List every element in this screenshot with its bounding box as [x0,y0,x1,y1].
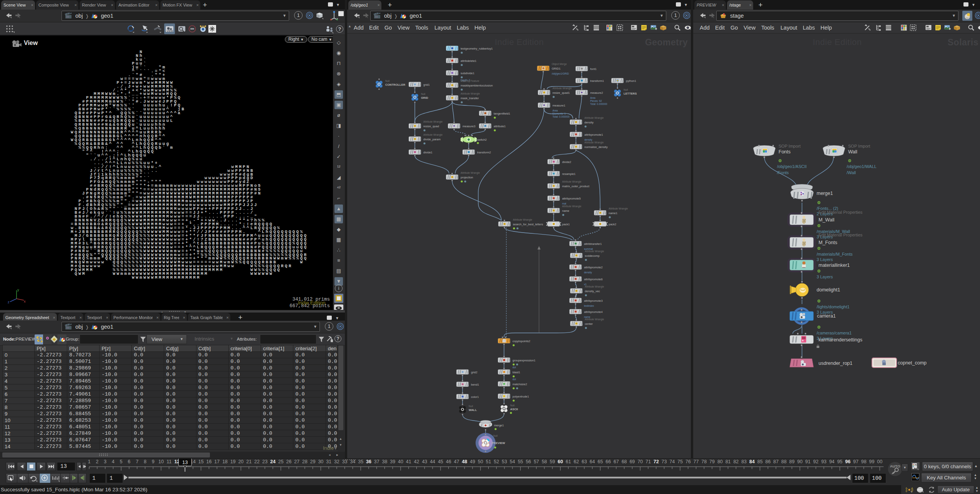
svg-text:54: 54 [510,459,515,464]
svg-text:LETTERS: LETTERS [624,92,637,95]
svg-text:attribpromote5: attribpromote5 [562,197,581,200]
svg-text:80: 80 [717,459,723,464]
svg-text:attribpromote3: attribpromote3 [584,299,602,303]
svg-text:density: density [584,271,592,274]
svg-text:77: 77 [694,459,699,464]
svg-text:57: 57 [534,459,539,464]
svg-text:materiallinker1: materiallinker1 [819,263,850,268]
svg-text:transform1: transform1 [590,79,604,83]
svg-text:10: 10 [158,459,164,464]
svg-text:97: 97 [853,459,859,464]
svg-text:Attribute Wrangle: Attribute Wrangle [423,133,443,136]
svg-text:resample1: resample1 [562,172,576,176]
svg-text:/obj/geo1/WALL: /obj/geo1/WALL [847,164,877,169]
svg-text:grid1: grid1 [423,83,430,86]
svg-text:66: 66 [606,459,611,464]
svg-text:transform2: transform2 [477,151,491,154]
svg-text:15: 15 [198,459,204,464]
svg-text:projection: projection [461,176,473,179]
svg-text:density_vec: density_vec [585,289,600,293]
svg-text:46: 46 [446,459,451,464]
svg-text:4: 4 [112,459,115,464]
svg-text:SOP Import: SOP Import [779,144,800,148]
svg-text:Attribute Wrangle: Attribute Wrangle [562,180,581,183]
svg-text:Null: Null [385,80,390,82]
svg-text:matrix_outer_product: matrix_outer_product [562,185,590,188]
svg-text:82: 82 [733,459,739,464]
svg-text:74: 74 [669,459,675,464]
svg-text:Attribute Wrangle: Attribute Wrangle [461,171,480,175]
svg-text:90: 90 [797,459,803,464]
svg-text:/materials/M_Fonts: /materials/M_Fonts [817,252,853,256]
svg-text:Pieces: 92: Pieces: 92 [590,100,602,102]
svg-text:Attribute Wrangle: Attribute Wrangle [584,116,604,120]
svg-text:38: 38 [382,459,388,464]
svg-text:89: 89 [789,459,795,464]
svg-text:testindex: testindex [584,304,594,307]
svg-text:usdrender_rop1: usdrender_rop1 [819,361,852,366]
svg-text:00: 00 [877,459,882,464]
svg-text:49: 49 [470,459,475,464]
svg-text:Wall: Wall [848,149,857,155]
svg-text:13: 13 [182,459,188,465]
svg-text:48: 48 [462,459,467,464]
svg-text:62: 62 [574,459,579,464]
svg-text:5: 5 [120,459,123,464]
svg-text:93: 93 [821,459,827,464]
svg-text:11: 11 [166,459,171,464]
svg-text:Area: Area [590,96,596,99]
svg-text:domelight1: domelight1 [817,287,840,293]
svg-text:z: z [8,300,10,304]
svg-text:25: 25 [278,459,284,464]
svg-text:attribtransfer1: attribtransfer1 [584,242,602,246]
svg-text:51: 51 [486,459,491,464]
svg-text:name1: name1 [609,211,617,215]
svg-text:normalize_density: normalize_density [584,145,608,149]
svg-text:1: 1 [88,459,91,464]
svg-text:measure1: measure1 [552,104,565,107]
svg-text:Null: Null [493,434,498,437]
svg-text:94: 94 [829,459,835,464]
svg-text:/Wall: /Wall [847,170,856,175]
svg-text:87: 87 [773,459,779,464]
svg-text:Null: Null [421,93,426,95]
svg-text:50: 50 [478,459,483,464]
svg-text:color1: color1 [471,395,479,399]
svg-text:Total: 0.000000: Total: 0.000000 [590,103,607,105]
svg-text:2: 2 [96,459,98,464]
svg-text:64: 64 [590,459,595,464]
svg-text:30: 30 [318,459,323,464]
svg-text:attribpromote4: attribpromote4 [584,310,602,314]
svg-text:39: 39 [390,459,395,464]
svg-text:/obj/geo1/ASCII: /obj/geo1/ASCII [777,164,807,169]
svg-text:polyextrude1: polyextrude1 [512,395,529,398]
svg-text:tangentfield1: tangentfield1 [494,112,510,115]
svg-text:Null: Null [624,88,628,91]
svg-text:copnet_comp: copnet_comp [898,360,927,366]
svg-text:42: 42 [414,459,419,464]
svg-text:27: 27 [294,459,299,464]
svg-text:35: 35 [358,459,363,464]
svg-text:Edit Material Properties: Edit Material Properties [819,210,863,215]
svg-text:ASCII: ASCII [510,408,518,411]
svg-text:switch2: switch2 [477,138,487,141]
svg-text:groupexpression1: groupexpression1 [512,359,536,362]
svg-text:merge1: merge1 [494,424,504,427]
svg-text:41: 41 [406,459,411,464]
svg-text:attribdelete1: attribdelete1 [461,59,476,63]
svg-text:Null: Null [510,404,515,407]
svg-text:divide1: divide1 [423,151,433,154]
svg-text:40: 40 [398,459,403,464]
svg-text:24: 24 [270,459,276,464]
svg-text:43: 43 [422,459,427,464]
svg-text:measure2: measure2 [590,91,603,95]
svg-text:3 Layers: 3 Layers [817,257,833,262]
svg-text:69: 69 [629,459,635,464]
svg-text:17: 17 [214,459,220,464]
svg-text:CONTROLLER: CONTROLLER [385,83,406,86]
svg-text:28: 28 [302,459,308,464]
svg-text:99: 99 [869,459,875,464]
svg-text:67: 67 [614,459,619,464]
svg-text:47: 47 [454,459,459,464]
svg-text:dot: dot [512,366,516,369]
